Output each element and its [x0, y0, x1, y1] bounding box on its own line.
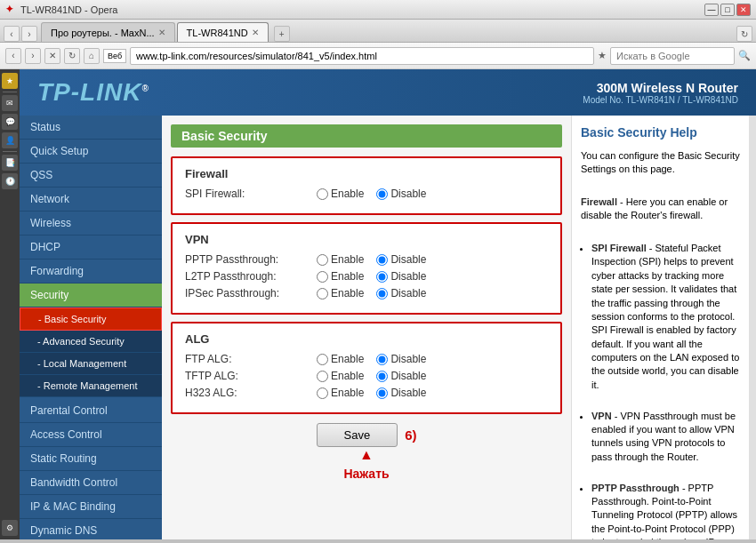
tab-close-icon[interactable]: ✕: [158, 28, 165, 37]
window-titlebar: ✦ TL-WR841ND - Opera — □ ✕: [0, 0, 756, 20]
vpn-section: VPN PPTP Passthrough: Enable Disable L2T…: [171, 222, 562, 315]
window-title: TL-WR841ND - Opera: [20, 4, 117, 15]
firewall-section-wrapper: Firewall SPI Firewall: Enable Disable: [171, 156, 562, 215]
forward-button[interactable]: ›: [21, 26, 37, 42]
user-icon[interactable]: 👤: [2, 132, 18, 148]
pptp-disable[interactable]: Disable: [376, 253, 426, 266]
bookmarks-icon[interactable]: 📑: [2, 155, 18, 171]
tftp-alg-disable[interactable]: Disable: [376, 370, 426, 382]
icon-bar: ★ ✉ 💬 👤 📑 🕐 ⚙: [0, 69, 20, 539]
h323-alg-enable[interactable]: Enable: [317, 387, 364, 399]
home-button[interactable]: ⌂: [84, 48, 100, 64]
spi-firewall-label: SPI Firewall:: [185, 188, 310, 200]
pptp-enable[interactable]: Enable: [317, 253, 364, 266]
nav-arrows: ‹ ›: [4, 26, 37, 42]
ftp-alg-label: FTP ALG:: [185, 353, 310, 365]
nav-local-management[interactable]: - Local Management: [20, 353, 162, 375]
back-button[interactable]: ‹: [4, 26, 20, 42]
nav-bandwidth-control[interactable]: Bandwidth Control: [20, 471, 162, 495]
nav-ip-mac-binding[interactable]: IP & MAC Binding: [20, 495, 162, 519]
nazhat-label: Нажать: [171, 467, 562, 481]
address-input[interactable]: [130, 47, 594, 65]
save-annotation: 6): [405, 427, 416, 443]
nav-wireless[interactable]: Wireless: [20, 212, 162, 236]
h323-alg-disable[interactable]: Disable: [376, 387, 426, 399]
tab-wr841nd[interactable]: TL-WR841ND ✕: [177, 22, 269, 42]
back-nav-button[interactable]: ‹: [5, 48, 21, 64]
save-area: Save 6) ▲ Нажать: [171, 423, 562, 481]
star-icon[interactable]: ★: [2, 73, 18, 89]
l2tp-label: L2TP Passthrough:: [185, 270, 310, 283]
nav-dhcp[interactable]: DHCP: [20, 236, 162, 260]
help-panel: Basic Security Help You can configure th…: [571, 116, 749, 539]
nav-dynamic-dns[interactable]: Dynamic DNS: [20, 519, 162, 539]
nav-static-routing[interactable]: Static Routing: [20, 447, 162, 471]
alg-title: ALG: [185, 332, 548, 346]
tab-maxn[interactable]: Про роутеры. - MaxN... ✕: [41, 22, 175, 42]
nav-network[interactable]: Network: [20, 188, 162, 212]
router-header: TP-LINK® 300M Wireless N Router Model No…: [20, 69, 756, 116]
ftp-alg-enable[interactable]: Enable: [317, 353, 364, 365]
minimize-button[interactable]: —: [704, 4, 719, 16]
maximize-button[interactable]: □: [720, 4, 735, 16]
bookmark-icon[interactable]: ★: [598, 50, 607, 61]
pptp-row: PPTP Passthrough: Enable Disable: [185, 253, 548, 266]
nav-access-control[interactable]: Access Control: [20, 423, 162, 447]
nav-qss[interactable]: QSS: [20, 164, 162, 188]
chat-icon[interactable]: 💬: [2, 114, 18, 130]
stop-reload-button[interactable]: ✕: [44, 48, 60, 64]
icon-bar-separator-2: [3, 151, 17, 152]
help-spi: SPI Firewall - Stateful Packet Inspectio…: [591, 242, 740, 392]
search-icon[interactable]: 🔍: [738, 50, 751, 61]
router-model-info: 300M Wireless N Router Model No. TL-WR84…: [583, 81, 738, 105]
save-arrow-up: ▲: [171, 447, 562, 463]
ipsec-label: IPSec Passthrough:: [185, 287, 310, 299]
firewall-section: Firewall SPI Firewall: Enable Disable: [171, 156, 562, 215]
search-input[interactable]: [610, 47, 735, 65]
help-vpn: VPN - VPN Passthrough must be enabled if…: [591, 410, 740, 465]
scrollbar[interactable]: [749, 116, 756, 539]
tab-close-icon[interactable]: ✕: [252, 28, 259, 37]
router-page: TP-LINK® 300M Wireless N Router Model No…: [20, 69, 756, 539]
security-indicator: Веб: [103, 49, 126, 63]
nav-forwarding[interactable]: Forwarding: [20, 260, 162, 283]
spi-firewall-disable[interactable]: Disable: [376, 188, 426, 200]
ipsec-row: IPSec Passthrough: Enable Disable: [185, 287, 548, 299]
tftp-alg-enable[interactable]: Enable: [317, 370, 364, 382]
ipsec-disable[interactable]: Disable: [376, 287, 426, 299]
nav-remote-management[interactable]: - Remote Management: [20, 375, 162, 397]
reload-nav-button[interactable]: ↻: [64, 48, 80, 64]
l2tp-enable[interactable]: Enable: [317, 270, 364, 283]
spi-firewall-options: Enable Disable: [317, 188, 426, 200]
ipsec-enable[interactable]: Enable: [317, 287, 364, 299]
vpn-section-wrapper: VPN PPTP Passthrough: Enable Disable L2T…: [171, 222, 562, 315]
tftp-alg-options: Enable Disable: [317, 370, 426, 382]
ftp-alg-row: FTP ALG: Enable Disable: [185, 353, 548, 365]
nav-advanced-security[interactable]: - Advanced Security: [20, 331, 162, 353]
alg-section-wrapper: ALG FTP ALG: Enable Disable TFTP ALG:: [171, 322, 562, 414]
history-icon[interactable]: 🕐: [2, 173, 18, 189]
forward-nav-button[interactable]: ›: [25, 48, 41, 64]
tftp-alg-row: TFTP ALG: Enable Disable: [185, 370, 548, 382]
nav-quicksetup[interactable]: Quick Setup: [20, 140, 162, 164]
settings-icon[interactable]: ⚙: [2, 520, 18, 536]
nav-security[interactable]: Security: [20, 283, 162, 307]
alg-section: ALG FTP ALG: Enable Disable TFTP ALG:: [171, 322, 562, 414]
mail-icon[interactable]: ✉: [2, 95, 18, 111]
nav-status[interactable]: Status: [20, 116, 162, 140]
ftp-alg-disable[interactable]: Disable: [376, 353, 426, 365]
l2tp-disable[interactable]: Disable: [376, 270, 426, 283]
icon-bar-separator: [3, 92, 17, 92]
new-tab-button[interactable]: +: [274, 26, 290, 42]
l2tp-options: Enable Disable: [317, 270, 426, 283]
spi-firewall-enable[interactable]: Enable: [317, 188, 364, 200]
save-row: Save 6): [171, 423, 562, 447]
help-list: SPI Firewall - Stateful Packet Inspectio…: [591, 242, 740, 539]
nav-basic-security[interactable]: - Basic Security: [20, 307, 162, 331]
spi-firewall-row: SPI Firewall: Enable Disable: [185, 188, 548, 200]
h323-alg-row: H323 ALG: Enable Disable: [185, 387, 548, 399]
close-button[interactable]: ✕: [736, 4, 751, 16]
nav-parental-control[interactable]: Parental Control: [20, 399, 162, 423]
save-button[interactable]: Save: [317, 423, 398, 447]
reload-button[interactable]: ↻: [736, 26, 752, 42]
